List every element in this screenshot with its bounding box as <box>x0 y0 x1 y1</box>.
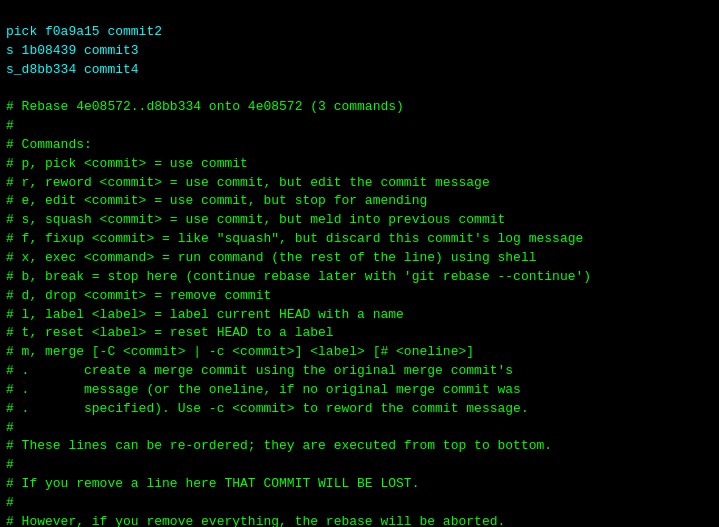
terminal-window[interactable]: pick f0a9a15 commit2 s 1b08439 commit3 s… <box>0 0 719 527</box>
line-pick: pick f0a9a15 commit2 s 1b08439 commit3 s… <box>6 24 591 527</box>
